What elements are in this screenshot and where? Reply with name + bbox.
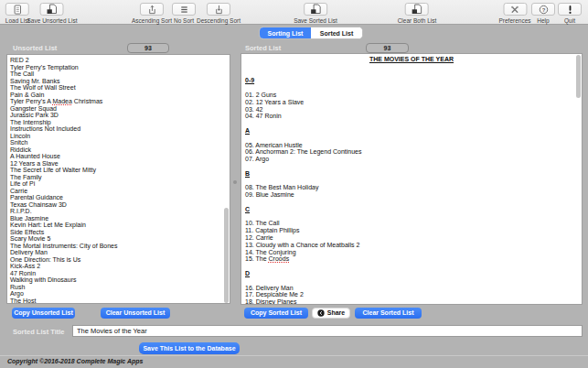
preferences-button[interactable]: Preferences xyxy=(498,3,530,24)
list-item[interactable]: Texas Chainsaw 3D xyxy=(7,201,230,209)
toolbar-item-label: No Sort xyxy=(172,17,196,24)
quit-button[interactable]: Quit xyxy=(558,3,582,24)
sorted-title-line: THE MOVIES OF THE YEAR xyxy=(241,56,582,63)
list-item[interactable]: Carrie xyxy=(7,188,230,195)
list-item[interactable]: 01. 2 Guns xyxy=(241,92,582,99)
no-sort-button[interactable]: No Sort xyxy=(172,3,196,24)
list-item[interactable]: Jurassic Park 3D xyxy=(7,112,230,119)
sorted-scrollbar[interactable] xyxy=(576,55,581,98)
list-item[interactable]: Walking with Dinosaurs xyxy=(7,276,230,284)
list-item[interactable]: Lincoln xyxy=(7,133,230,140)
list-item[interactable]: 15. The Croods xyxy=(241,255,582,263)
panel-splitter-handle[interactable] xyxy=(233,180,237,184)
list-item[interactable]: 03. 42 xyxy=(241,106,582,114)
list-item[interactable]: Argo xyxy=(7,290,230,298)
list-item[interactable]: Saving Mr. Banks xyxy=(7,78,230,85)
save-to-database-button[interactable]: Save This List to the Database xyxy=(139,342,240,354)
toolbar-item-label: Quit xyxy=(558,17,582,24)
save-page-icon xyxy=(47,4,58,15)
list-item[interactable]: Side Effects xyxy=(7,229,230,236)
list-item[interactable]: 18. Disney Planes xyxy=(241,298,582,305)
clear-both-list-button[interactable]: Clear Both List xyxy=(398,3,437,24)
list-item[interactable]: 17. Despicable Me 2 xyxy=(241,291,582,298)
list-item[interactable]: 13. Cloudy with a Chance of Meatballs 2 xyxy=(241,242,582,249)
list-item[interactable]: 14. The Conjuring xyxy=(241,249,582,256)
share-button[interactable]: Share xyxy=(312,308,350,319)
list-item[interactable]: 11. Captain Phillips xyxy=(241,227,582,234)
list-item[interactable]: Blue Jasmine xyxy=(7,215,230,222)
clear-unsorted-button[interactable]: Clear Unsorted List xyxy=(101,308,170,319)
list-item[interactable]: 10. The Call xyxy=(241,220,582,227)
list-item[interactable]: 07. Argo xyxy=(241,156,582,163)
list-item[interactable]: Rush xyxy=(7,284,230,291)
help-button[interactable]: ? Help xyxy=(531,3,555,24)
list-item[interactable]: The Family xyxy=(7,174,230,181)
list-item[interactable]: The Secret Life of Walter Mitty xyxy=(7,167,230,174)
ascending-sort-button[interactable]: Ascending Sort xyxy=(132,3,172,24)
save-unsorted-list-button[interactable]: Save Unsorted List xyxy=(27,3,78,24)
list-item[interactable]: Delivery Man xyxy=(7,249,230,256)
list-item[interactable]: R.I.P.D. xyxy=(7,208,230,215)
toolbar-item-label: Clear Both List xyxy=(398,17,437,24)
blank-line xyxy=(241,213,582,221)
clear-page-icon xyxy=(412,4,422,15)
load-list-button[interactable]: Load List xyxy=(5,3,29,24)
list-item[interactable]: Kick-Ass 2 xyxy=(7,263,230,270)
document-icon xyxy=(12,5,22,15)
list-item[interactable]: Instructions Not Included xyxy=(7,125,230,133)
app-window: Load List Save Unsorted List Ascending S… xyxy=(0,0,588,368)
list-item[interactable]: 02. 12 Years a Slave xyxy=(241,99,582,106)
unsorted-list[interactable]: RED 2Tyler Perry's TemptationThe CallSav… xyxy=(6,54,230,304)
section-heading: D xyxy=(241,270,582,277)
tab-sorted-list[interactable]: Sorted List xyxy=(311,27,362,38)
save-sorted-list-button[interactable]: Save Sorted List xyxy=(294,3,337,24)
save-page-icon xyxy=(310,4,321,15)
list-item[interactable]: Tyler Perry's A Madea Christmas xyxy=(7,98,230,105)
blank-line xyxy=(241,70,582,78)
arrow-down-box-icon xyxy=(214,5,224,15)
list-item[interactable]: RED 2 xyxy=(7,57,230,64)
list-item[interactable]: A Haunted House xyxy=(7,153,230,160)
unsorted-scrollbar[interactable] xyxy=(224,208,229,303)
list-item[interactable]: Life of Pi xyxy=(7,180,230,188)
unsorted-list-label: Unsorted List xyxy=(13,44,57,52)
sorted-count-field: 93 xyxy=(366,43,409,53)
descending-sort-button[interactable]: Descending Sort xyxy=(197,3,241,24)
list-item[interactable]: 04. 47 Ronin xyxy=(241,113,582,120)
tab-sorting-list[interactable]: Sorting List xyxy=(260,27,311,38)
footer-divider xyxy=(0,355,588,356)
section-heading: B xyxy=(241,170,582,178)
sorted-list-title-input[interactable] xyxy=(72,325,583,337)
list-item[interactable]: Riddick xyxy=(7,146,230,154)
list-item[interactable]: One Direction: This is Us xyxy=(7,256,230,264)
list-item[interactable]: 12 Years a Slave xyxy=(7,160,230,168)
sorted-list[interactable]: THE MOVIES OF THE YEAR0-901. 2 Guns02. 1… xyxy=(241,53,583,305)
list-item[interactable]: 08. The Best Man Holiday xyxy=(241,184,582,191)
list-item[interactable]: Parental Guidance xyxy=(7,194,230,201)
list-item[interactable]: The Internship xyxy=(7,119,230,126)
quit-icon xyxy=(565,5,575,15)
list-item[interactable]: Tyler Perry's Temptation xyxy=(7,64,230,71)
list-item[interactable]: 09. Blue Jasmine xyxy=(241,191,582,199)
list-item[interactable]: Kevin Hart: Let Me Explain xyxy=(7,222,230,229)
list-item[interactable]: Snitch xyxy=(7,139,230,146)
arrow-up-box-icon xyxy=(147,5,157,15)
list-item[interactable]: The Wolf of Wall Street xyxy=(7,84,230,92)
list-item[interactable]: 05. American Hustle xyxy=(241,142,582,149)
list-item[interactable]: The Mortal Instruments: City of Bones xyxy=(7,243,230,250)
blank-line xyxy=(241,199,582,206)
copy-sorted-button[interactable]: Copy Sorted List xyxy=(244,308,308,319)
list-item[interactable]: 12. Carrie xyxy=(241,234,582,242)
list-item[interactable]: The Call xyxy=(7,70,230,78)
list-item[interactable]: Pain & Gain xyxy=(7,92,230,99)
list-item[interactable]: Gangster Squad xyxy=(7,105,230,113)
list-item[interactable]: Scary Movie 5 xyxy=(7,235,230,243)
list-item[interactable]: 47 Ronin xyxy=(7,270,230,277)
clear-sorted-button[interactable]: Clear Sorted List xyxy=(355,308,422,319)
share-button-label: Share xyxy=(327,309,345,316)
list-item[interactable]: The Host xyxy=(7,298,230,305)
section-heading: A xyxy=(241,127,582,135)
list-item[interactable]: 06. Anchorman 2: The Legend Continues xyxy=(241,148,582,156)
copy-unsorted-button[interactable]: Copy Unsorted List xyxy=(12,308,75,319)
list-item[interactable]: 16. Delivery Man xyxy=(241,285,582,292)
